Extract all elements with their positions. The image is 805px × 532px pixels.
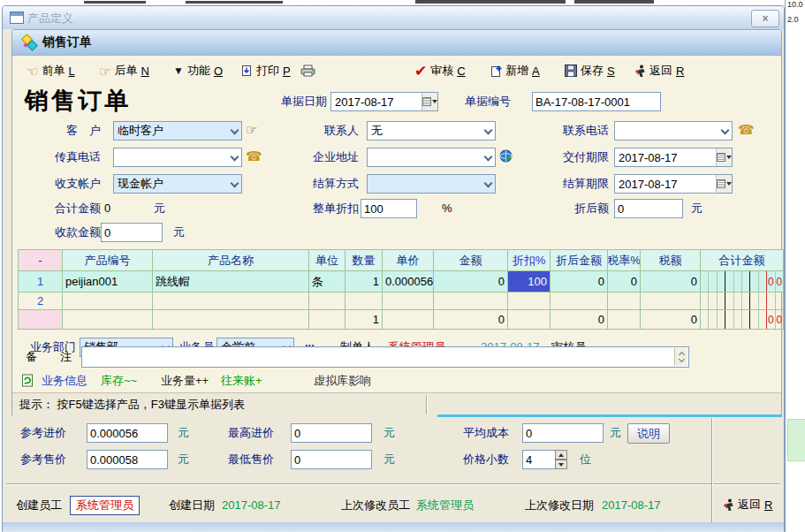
contact-label: 联系人 [297,121,359,141]
return-button-bottom[interactable]: 返回R [724,497,772,513]
save-key: S [607,65,615,78]
customer-combo[interactable]: 临时客户 [113,121,242,141]
discount-cell-selected[interactable]: 100 [508,271,551,293]
chevron-down-icon[interactable] [228,148,241,166]
price-decimals-input[interactable] [522,450,556,469]
contact-phone-combo[interactable] [614,121,733,141]
chevron-down-icon[interactable] [482,148,495,166]
fax-combo[interactable] [113,148,242,167]
max-buy-price-input[interactable] [291,423,372,443]
discounted-cell[interactable] [551,293,608,310]
settle-date-picker[interactable]: 2017-08-17 [614,174,733,194]
qty-cell[interactable]: 1 [346,271,383,293]
audit-key: C [457,65,465,78]
business-info-icon[interactable] [21,373,34,390]
col-header: 税额 [641,250,701,271]
return-button[interactable]: 返回R [635,62,684,80]
window-icon [10,11,24,24]
discounted-cell[interactable]: 0 [551,271,608,293]
fax-label: 传真电话 [30,148,101,167]
amount-cell[interactable]: 0 [434,271,508,293]
table-totals-row: 1 0 0 0 00 [19,310,784,330]
ref-buy-price-input[interactable] [87,423,168,443]
note-button[interactable]: 说明 [627,423,670,444]
remark-input[interactable] [81,346,689,368]
col-header: 合计金额 [701,250,784,271]
stock-link[interactable]: 库存~~ [101,373,137,389]
totals-discounted-cell: 0 [551,310,608,330]
add-new-button[interactable]: 新增A [490,62,540,80]
taxrate-cell[interactable]: 0 [608,271,641,293]
red-check-icon: ✔ [414,64,427,79]
row-number-cell[interactable]: 2 [19,293,63,310]
print-button[interactable]: 打印P [240,62,291,80]
pick-customer-hand-icon[interactable]: ☞ [246,122,257,138]
spin-down-icon[interactable] [555,460,567,469]
phone-icon[interactable]: ☎ [738,123,755,136]
prev-doc-button[interactable]: ☜ 前单L [27,62,75,80]
unit-cell[interactable] [309,293,346,310]
audit-button[interactable]: ✔ 审核C [414,62,466,80]
whole-discount-input[interactable] [361,199,417,218]
modifier-value: 系统管理员 [416,496,474,515]
calendar-icon[interactable] [716,175,732,193]
add-label: 新增 [505,63,528,79]
account-combo[interactable]: 现金帐户 [113,174,242,194]
business-info-link[interactable]: 业务信息 [42,373,87,389]
price-cell[interactable] [383,293,434,310]
ref-sell-price-input[interactable] [87,450,168,469]
volume-link[interactable]: 业务量++ [161,373,209,389]
delivery-date-picker[interactable]: 2017-08-17 [614,148,733,167]
table-row: 2 [19,293,784,310]
qty-cell[interactable] [346,293,383,310]
chevron-down-icon[interactable] [482,175,495,193]
hint-text: 提示： 按F5键选择产品，F3键显示单据列表 [19,397,245,413]
product-code-cell[interactable]: peijian001 [63,271,153,293]
received-amount-input[interactable] [101,223,163,242]
col-header: - [19,250,63,271]
address-combo[interactable] [367,148,496,167]
decimals-spinner[interactable] [555,450,567,469]
price-cell[interactable]: 0.000056 [383,271,434,293]
totals-amount-cell: 0 [434,310,508,330]
phone-icon[interactable]: ☎ [246,149,262,163]
totals-corner-cell [19,310,63,330]
chevron-down-icon[interactable] [228,122,241,140]
doc-no-input[interactable] [532,92,661,111]
new-doc-icon [490,65,502,77]
amount-cell[interactable] [434,293,508,310]
spin-up-icon[interactable] [555,450,567,460]
product-name-cell[interactable] [153,293,309,310]
yuan-unit: 元 [178,450,189,469]
globe-icon[interactable] [499,149,513,165]
total-amount-label: 合计金额 [30,199,101,218]
printer-button[interactable] [300,62,315,80]
unit-cell[interactable]: 条 [309,271,346,293]
avg-cost-input[interactable] [522,423,604,443]
taxrate-cell[interactable] [608,293,641,310]
virtual-stock-link[interactable]: 虚拟库影响 [314,373,371,389]
account-link[interactable]: 往来账+ [221,373,262,389]
next-doc-label: 后单 [114,63,137,79]
chevron-down-icon[interactable] [482,122,495,140]
tax-cell[interactable] [641,293,701,310]
tax-cell[interactable]: 0 [641,271,701,293]
yuan-unit: 元 [610,423,621,443]
min-sell-price-input[interactable] [291,450,372,469]
save-button[interactable]: 保存S [565,62,615,80]
discount-cell[interactable] [508,293,551,310]
settle-method-combo[interactable] [367,174,496,194]
product-code-cell[interactable] [63,293,153,310]
chevron-down-icon[interactable] [228,175,241,193]
function-menu-button[interactable]: ▼ 功能O [173,62,223,80]
close-button[interactable]: × [751,10,779,27]
discounted-amount-input[interactable] [614,199,683,218]
down-arrow-icon: ▼ [173,65,184,77]
product-name-cell[interactable]: 跳线帽 [153,271,309,293]
calendar-icon[interactable] [716,148,732,166]
remark-spinner[interactable] [674,348,687,366]
chevron-down-icon[interactable] [718,122,732,140]
next-doc-button[interactable]: ☞ 后单N [99,62,149,80]
row-number-cell[interactable]: 1 [19,271,63,293]
contact-combo[interactable]: 无 [367,121,496,141]
